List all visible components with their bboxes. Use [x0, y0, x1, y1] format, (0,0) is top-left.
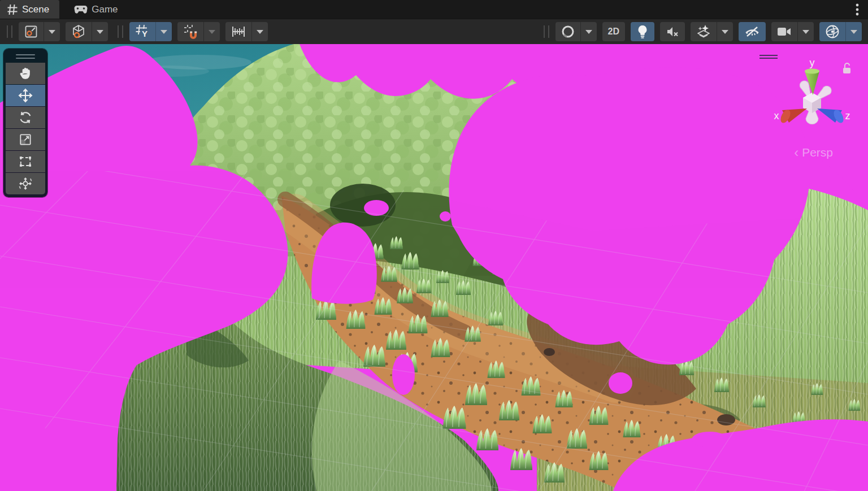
x-axis-label[interactable]: x [774, 110, 779, 121]
shading-mode-button[interactable] [555, 22, 597, 41]
rotate-icon [18, 110, 33, 125]
tool-handle-position-dropdown[interactable] [44, 22, 60, 41]
gizmo-sphere-icon [819, 22, 845, 41]
light-bulb-icon [631, 22, 654, 41]
audio-muted-icon [660, 22, 685, 41]
toolbar-drag-handle[interactable] [118, 25, 123, 38]
toolbar-drag-handle[interactable] [7, 25, 12, 38]
gamepad-icon [74, 5, 88, 14]
cube-orientation-icon [66, 22, 92, 41]
toolbar-drag-handle[interactable] [544, 25, 549, 38]
scene-viewport[interactable]: y x z ‹ Persp [0, 44, 868, 491]
grid-visibility-button[interactable]: Y [129, 22, 172, 41]
grid-snapping-button[interactable] [177, 22, 220, 41]
shading-mode-dropdown[interactable] [580, 22, 597, 41]
hand-icon [18, 66, 33, 81]
small-tree-blob [440, 211, 451, 221]
grid-y-icon: Y [129, 22, 155, 41]
chevron-down-icon [160, 30, 167, 34]
tool-handle-rotation-button[interactable] [66, 22, 108, 41]
snap-increment-icon [225, 22, 251, 41]
rotate-tool-button[interactable] [6, 107, 45, 128]
rect-icon [18, 154, 33, 170]
tab-game-label: Game [92, 4, 118, 15]
snap-increment-button[interactable] [225, 22, 268, 41]
effects-toggle-button[interactable] [691, 22, 733, 41]
scale-tool-button[interactable] [6, 129, 45, 150]
camera-icon [771, 22, 797, 41]
camera-settings-dropdown[interactable] [797, 22, 814, 41]
snap-increment-dropdown[interactable] [251, 22, 268, 41]
small-tree-blob [692, 432, 728, 447]
y-axis-label[interactable]: y [810, 57, 815, 68]
rect-tool-button[interactable] [6, 151, 45, 172]
grid-visibility-dropdown[interactable] [155, 22, 172, 41]
small-tree-blob [364, 200, 389, 216]
small-tree-blob [392, 354, 415, 395]
tools-overlay-drag-handle[interactable] [6, 51, 45, 62]
view-2d-toggle-button[interactable]: 2D [602, 22, 625, 41]
eye-slash-icon [739, 22, 766, 41]
chevron-down-icon [802, 30, 809, 34]
scene-visibility-toggle-button[interactable] [739, 22, 766, 41]
chevron-down-icon [97, 30, 103, 34]
effects-dropdown[interactable] [717, 22, 733, 41]
tab-game[interactable]: Game [67, 0, 128, 19]
projection-toggle[interactable]: ‹ Persp [794, 146, 833, 159]
tab-scene-label: Scene [22, 4, 49, 15]
rock [544, 348, 555, 356]
tab-scene[interactable]: Scene [0, 0, 59, 19]
kebab-menu-icon[interactable] [851, 2, 863, 17]
scale-icon [18, 132, 33, 147]
z-axis-label[interactable]: z [845, 110, 850, 121]
editor-tab-bar: Scene Game [0, 0, 868, 19]
audio-toggle-button[interactable] [660, 22, 685, 41]
chevron-down-icon [722, 30, 728, 34]
move-tool-button[interactable] [6, 85, 45, 106]
transform-icon [18, 176, 33, 192]
shaded-sphere-icon [555, 22, 580, 41]
camera-settings-button[interactable] [771, 22, 814, 41]
chevron-down-icon [257, 30, 263, 34]
view-tool-button[interactable] [6, 63, 45, 84]
chevron-down-icon [209, 30, 215, 34]
tool-handle-rotation-dropdown[interactable] [92, 22, 108, 41]
grid-snapping-dropdown[interactable] [203, 22, 220, 41]
scene-lighting-toggle-button[interactable] [631, 22, 654, 41]
effects-icon [691, 22, 717, 41]
chevron-down-icon [585, 30, 592, 34]
scene-grid-icon [7, 4, 18, 15]
gizmos-dropdown[interactable] [845, 22, 862, 41]
pivot-icon [19, 22, 44, 41]
chevron-left-icon: ‹ [794, 146, 798, 159]
tools-overlay [3, 49, 47, 197]
chevron-down-icon [850, 30, 857, 34]
grid-snap-magnet-icon [177, 22, 203, 41]
small-tree-blob [609, 372, 632, 394]
transform-tool-button[interactable] [6, 173, 45, 194]
projection-label: Persp [802, 146, 833, 159]
view-2d-label: 2D [608, 27, 619, 37]
scene-view-toolbar: Y [0, 19, 868, 44]
move-arrows-icon [18, 88, 33, 103]
svg-text:Y: Y [142, 29, 147, 38]
chevron-down-icon [49, 30, 55, 34]
gizmos-toggle-button[interactable] [819, 22, 862, 41]
gizmo-overlay-drag-handle[interactable] [760, 53, 778, 60]
tool-handle-position-button[interactable] [19, 22, 60, 41]
scene-viewport-render[interactable]: y x z [0, 44, 868, 491]
